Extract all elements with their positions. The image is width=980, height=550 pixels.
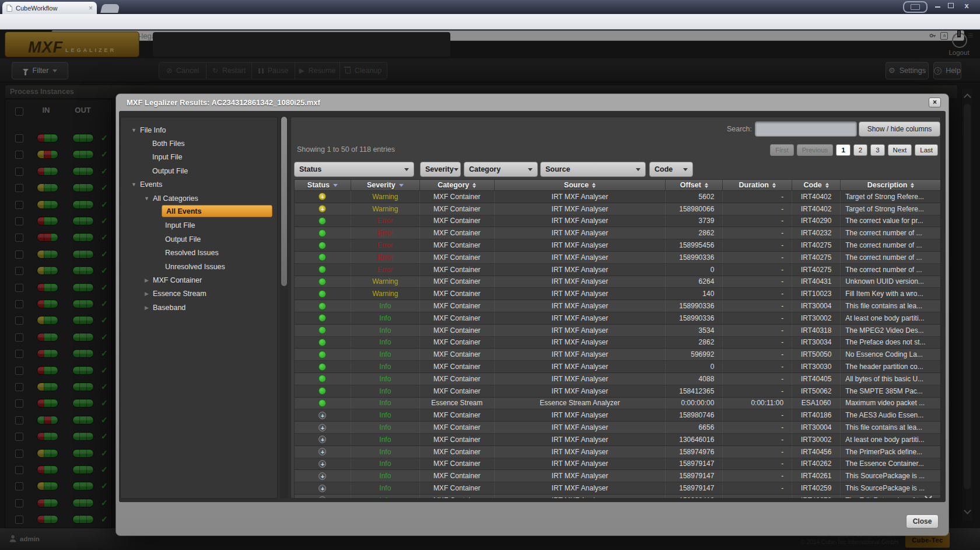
- event-row[interactable]: WarningMXF ContainerIRT MXF Analyser140-…: [295, 288, 941, 300]
- tree-item-resolved-issues[interactable]: Resolved Issues: [121, 246, 272, 260]
- category-cell: MXF Container: [420, 446, 495, 458]
- event-row[interactable]: +WarningMXF ContainerIRT MXF Analyser158…: [295, 203, 941, 215]
- tree-item-input-file[interactable]: Input File: [121, 219, 272, 232]
- sort-icon: [825, 183, 829, 188]
- column-header-description[interactable]: Description: [841, 180, 941, 190]
- source-cell: IRT MXF Analyser: [495, 312, 666, 324]
- event-row[interactable]: +WarningMXF ContainerIRT MXF Analyser560…: [295, 191, 941, 203]
- event-row[interactable]: +InfoMXF ContainerIRT MXF Analyser158974…: [295, 446, 941, 458]
- chevron-right-icon[interactable]: ▶: [144, 305, 149, 311]
- search-input[interactable]: [755, 121, 857, 137]
- column-header-status[interactable]: Status: [295, 180, 351, 190]
- tree-item-unresolved-issues[interactable]: Unresolved Issues: [121, 260, 272, 273]
- column-header-duration[interactable]: Duration: [723, 180, 792, 190]
- show-hide-columns-button[interactable]: Show / hide columns: [859, 121, 940, 137]
- chevron-down-icon[interactable]: ▼: [131, 182, 136, 187]
- filter-select-status[interactable]: Status: [294, 162, 414, 177]
- event-row[interactable]: InfoMXF ContainerIRT MXF Analyser1584123…: [295, 385, 941, 398]
- chevron-right-icon[interactable]: ▶: [144, 277, 149, 283]
- chevron-down-icon[interactable]: ▼: [144, 196, 149, 201]
- new-tab-button[interactable]: [100, 4, 120, 13]
- tree-item-output-file[interactable]: Output File: [121, 232, 272, 246]
- dialog-close-icon[interactable]: ×: [929, 98, 941, 107]
- offset-cell: 158412365: [666, 385, 723, 397]
- page-icon: [6, 5, 12, 12]
- event-row[interactable]: +InfoMXF ContainerIRT MXF Analyser130646…: [295, 434, 941, 446]
- event-row[interactable]: ErrorMXF ContainerIRT MXF Analyser158995…: [295, 239, 941, 252]
- severity-cell: Info: [351, 373, 420, 385]
- tree-item-output-file[interactable]: Output File: [121, 164, 272, 177]
- category-cell: MXF Container: [420, 215, 495, 227]
- event-row[interactable]: InfoMXF ContainerIRT MXF Analyser1589903…: [295, 300, 941, 312]
- column-header-offset[interactable]: Offset: [666, 180, 723, 190]
- offset-cell: 596992: [666, 349, 723, 360]
- chevron-right-icon[interactable]: ▶: [144, 291, 149, 297]
- table-scroll-down-icon[interactable]: [926, 491, 931, 499]
- page-button-2[interactable]: 2: [853, 144, 867, 156]
- window-maximize-button[interactable]: [946, 2, 956, 11]
- tree-item-mxf-container[interactable]: ▶MXF Container: [121, 273, 272, 287]
- tree-scrollbar-thumb[interactable]: [281, 117, 287, 286]
- filter-select-code[interactable]: Code: [649, 162, 693, 177]
- filter-select-severity[interactable]: Severity: [420, 162, 461, 177]
- event-row[interactable]: ErrorMXF ContainerIRT MXF Analyser2862-I…: [295, 227, 941, 239]
- column-header-source[interactable]: Source: [495, 180, 666, 190]
- event-row[interactable]: +InfoMXF ContainerIRT MXF Analyser6656-I…: [295, 422, 941, 434]
- event-row[interactable]: InfoMXF ContainerIRT MXF Analyser0-IRT30…: [295, 361, 941, 373]
- dialog-close-button[interactable]: Close: [906, 514, 939, 528]
- column-header-category[interactable]: Category: [420, 180, 495, 190]
- status-plus-yellow-icon: +: [318, 193, 326, 200]
- filter-select-source[interactable]: Source: [540, 162, 646, 177]
- event-row[interactable]: InfoMXF ContainerIRT MXF Analyser1589903…: [295, 312, 941, 325]
- page-button-3[interactable]: 3: [870, 144, 884, 156]
- event-row[interactable]: InfoMXF ContainerIRT MXF Analyser4088-IR…: [295, 373, 941, 385]
- status-cell: [295, 227, 351, 239]
- sort-up-arrow: [772, 183, 776, 185]
- tree-item-file-info[interactable]: ▼File Info: [121, 123, 272, 137]
- event-row[interactable]: WarningMXF ContainerIRT MXF Analyser6264…: [295, 276, 941, 288]
- event-row[interactable]: +InfoMXF ContainerIRT MXF Analyser158979…: [295, 458, 941, 471]
- browser-tab[interactable]: CubeWorkflow ×: [2, 2, 97, 14]
- source-cell: IRT MXF Analyser: [495, 470, 666, 482]
- description-cell: The MPEG2 Video Des...: [841, 325, 941, 336]
- column-header-severity[interactable]: Severity: [351, 180, 420, 190]
- tab-close-icon[interactable]: ×: [89, 5, 93, 11]
- filter-select-category[interactable]: Category: [464, 162, 538, 177]
- source-cell: IRT MXF Analyser: [495, 191, 666, 203]
- event-row[interactable]: InfoEssence StreamEssence Stream Analyze…: [295, 398, 941, 410]
- tree-item-both-files[interactable]: Both Files: [121, 137, 272, 150]
- event-row[interactable]: InfoMXF ContainerIRT MXF Analyser596992-…: [295, 349, 941, 361]
- event-row[interactable]: ErrorMXF ContainerIRT MXF Analyser158990…: [295, 252, 941, 264]
- tree-item-label: Both Files: [152, 140, 185, 148]
- page-button-next[interactable]: Next: [888, 144, 912, 156]
- category-cell: MXF Container: [420, 264, 495, 276]
- chevron-down-icon[interactable]: ▼: [131, 127, 136, 133]
- column-header-code[interactable]: Code: [792, 180, 841, 190]
- tree-item-input-file[interactable]: Input File: [121, 151, 272, 164]
- status-cell: +: [295, 434, 351, 445]
- tree-item-all-events[interactable]: All Events: [162, 205, 272, 217]
- severity-cell: Warning: [351, 288, 420, 300]
- event-row[interactable]: +InfoMXF ContainerIRT MXF Analyser158988…: [295, 495, 941, 499]
- event-row[interactable]: +InfoMXF ContainerIRT MXF Analyser158980…: [295, 409, 941, 422]
- event-row[interactable]: ErrorMXF ContainerIRT MXF Analyser3739-I…: [295, 215, 941, 228]
- event-row[interactable]: InfoMXF ContainerIRT MXF Analyser2862-IR…: [295, 337, 941, 349]
- window-close-button[interactable]: x: [961, 2, 972, 11]
- tree-item-baseband[interactable]: ▶Baseband: [121, 301, 272, 314]
- duration-cell: -: [723, 215, 792, 227]
- tree-item-essence-stream[interactable]: ▶Essence Stream: [121, 287, 272, 301]
- tree-scrollbar[interactable]: [280, 117, 288, 499]
- event-row[interactable]: ErrorMXF ContainerIRT MXF Analyser0-IRT4…: [295, 264, 941, 276]
- severity-label: Error: [377, 241, 393, 249]
- offset-cell: 158979147: [666, 458, 723, 470]
- page-button-1[interactable]: 1: [836, 144, 850, 156]
- tree-item-all-categories[interactable]: ▼All Categories: [121, 192, 272, 205]
- page-button-last[interactable]: Last: [915, 144, 938, 156]
- event-row[interactable]: InfoMXF ContainerIRT MXF Analyser3534-IR…: [295, 325, 941, 337]
- filter-select-value: Status: [299, 165, 321, 173]
- event-row[interactable]: +InfoMXF ContainerIRT MXF Analyser158979…: [295, 482, 941, 495]
- duration-cell: -: [723, 239, 792, 251]
- event-row[interactable]: +InfoMXF ContainerIRT MXF Analyser158979…: [295, 470, 941, 482]
- tree-item-events[interactable]: ▼Events: [121, 178, 272, 192]
- window-minimize-button[interactable]: [932, 2, 943, 11]
